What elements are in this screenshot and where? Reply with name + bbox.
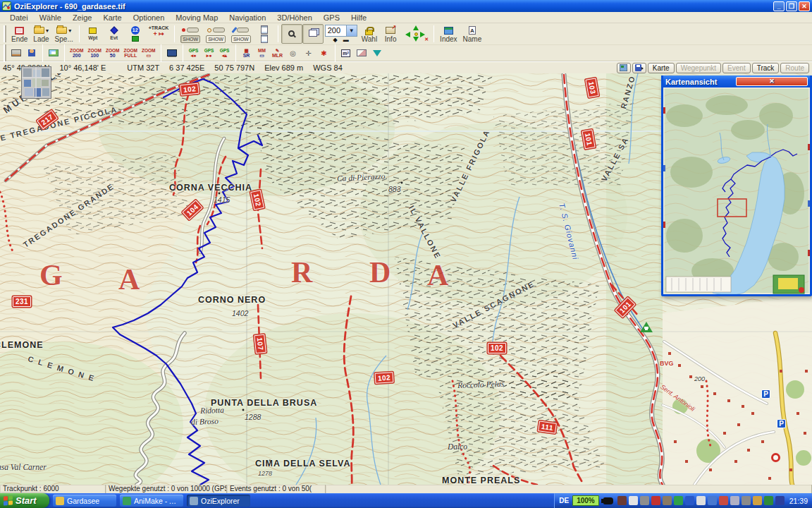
show-waypoints-button[interactable]: SHOW <box>178 24 203 44</box>
tray-icon-14[interactable] <box>764 496 773 505</box>
show-tracks-button[interactable]: SHOW <box>228 24 254 44</box>
title-bar[interactable]: OziExplorer - 690_gardasee.tif _ ❐ ✕ <box>0 0 812 12</box>
map-preview-thumbnail[interactable] <box>21 66 51 99</box>
task-label: AniMake - AniMa... <box>134 497 180 505</box>
menu-zeige[interactable]: Zeige <box>67 13 98 23</box>
menu-moving-map[interactable]: Moving Map <box>170 13 223 23</box>
map-image-button-icon <box>49 49 59 56</box>
list-page-icon <box>261 25 268 34</box>
window-title: OziExplorer - 690_gardasee.tif <box>14 2 773 11</box>
waypoint-list-button[interactable] <box>254 24 275 44</box>
magnify-button[interactable] <box>281 24 302 44</box>
zoom-combo[interactable]: 200▼ ◆▬ <box>325 25 357 43</box>
task-label: Gardasee <box>67 497 99 505</box>
chevron-down-icon[interactable]: ▼ <box>346 25 357 36</box>
filter-button[interactable] <box>369 46 385 60</box>
restore-button[interactable]: ❐ <box>786 1 797 11</box>
tray-icon-3[interactable] <box>640 496 649 505</box>
tray-icon-7[interactable] <box>685 496 694 505</box>
save-screen-button[interactable] <box>632 63 646 73</box>
zoom-50-button[interactable]: ZOOM50 <box>104 46 122 60</box>
karte-mode-button[interactable]: Karte <box>648 63 675 73</box>
info-button[interactable]: Info <box>380 24 401 44</box>
menu-optionen[interactable]: Optionen <box>128 13 171 23</box>
system-tray: DE 100% 21:39 <box>554 493 812 508</box>
name-search-button[interactable]: AName <box>460 24 485 44</box>
print-map-button[interactable] <box>8 46 24 60</box>
add-track-button[interactable]: +TRACK+ ↦ <box>146 24 172 44</box>
tray-icon-11[interactable] <box>730 496 739 505</box>
tray-icon-6[interactable] <box>674 496 683 505</box>
task-gardasee[interactable]: Gardasee <box>53 495 116 507</box>
menu-bar: DateiWähleZeigeKarteOptionenMoving MapNa… <box>0 12 812 23</box>
start-button[interactable]: Start <box>0 493 49 508</box>
tray-icon-2[interactable] <box>629 496 638 505</box>
select-mode-button[interactable]: Wahl <box>359 24 380 44</box>
screen-config-button[interactable] <box>164 46 180 60</box>
map-feature-button[interactable]: 12 <box>125 24 146 44</box>
task-animake-anima[interactable]: AniMake - AniMa... <box>120 495 183 507</box>
overview-close-button[interactable]: ✕ <box>736 77 808 86</box>
area-measure-button[interactable]: m² <box>338 46 354 60</box>
filter-button-icon <box>373 50 381 56</box>
menu-karte[interactable]: Karte <box>97 13 127 23</box>
tray-icon-8[interactable] <box>696 496 706 505</box>
tray-icon-1[interactable] <box>617 496 627 505</box>
mlr-button[interactable]: ✎MLR <box>270 46 285 60</box>
menu-datei[interactable]: Datei <box>4 13 34 23</box>
show-events-button[interactable]: SHOW <box>203 24 228 44</box>
task-oziexplorer[interactable]: OziExplorer <box>187 495 250 507</box>
gps-track-download-button[interactable]: GPS◂▴ <box>217 46 233 60</box>
toolbar-handle[interactable] <box>4 44 6 61</box>
menu-3d-h-hen[interactable]: 3D/Höhen <box>271 13 318 23</box>
close-button[interactable]: ✕ <box>799 1 810 11</box>
exit-button[interactable]: Ende <box>8 24 30 44</box>
gps-waypoint-download-button[interactable]: GPS◂● <box>186 46 202 60</box>
map-image-button[interactable] <box>46 46 61 60</box>
waypoint-button[interactable]: Wpt <box>82 24 104 44</box>
zoom-200-button[interactable]: ZOOM200 <box>68 46 86 60</box>
overview-title-bar[interactable]: Kartenansicht ✕ <box>663 75 810 87</box>
gps-waypoint-upload-button[interactable]: GPS▸● <box>202 46 217 60</box>
minimize-button[interactable]: _ <box>773 1 785 11</box>
center-red-button[interactable]: ✱ <box>316 46 332 60</box>
profile-chart-button[interactable] <box>354 46 369 60</box>
tray-icon-12[interactable] <box>742 496 751 505</box>
toolbar-handle[interactable] <box>4 25 6 42</box>
zoom-50-button-label2: 50 <box>110 53 116 59</box>
gps-sr-button[interactable]: ▦SR <box>239 46 254 60</box>
tray-icon-10[interactable] <box>719 496 728 505</box>
anchor-position-button[interactable]: ✛ <box>301 46 316 60</box>
find-position-button[interactable] <box>24 46 39 60</box>
zoom-minus-icon[interactable]: ▬ <box>343 37 349 43</box>
mode-buttons: KarteWegepunktEventTrackRoute <box>646 63 809 73</box>
menu-w-hle[interactable]: Wähle <box>34 13 67 23</box>
tray-icon-5[interactable] <box>663 496 672 505</box>
page-view-button[interactable] <box>302 24 324 44</box>
event-button[interactable]: Evt <box>104 24 125 44</box>
zoom-step-icon[interactable]: ◆ <box>333 37 338 43</box>
task-buttons: GardaseeAniMake - AniMa...OziExplorer <box>49 495 250 507</box>
overview-toggle-button[interactable] <box>617 63 631 73</box>
pan-pad[interactable]: ✕ <box>401 24 431 44</box>
tray-icon-13[interactable] <box>753 496 762 505</box>
menu-navigation[interactable]: Navigation <box>223 13 271 23</box>
track-mode-button[interactable]: Track <box>752 63 780 73</box>
task-icon <box>123 497 131 505</box>
menu-gps[interactable]: GPS <box>318 13 345 23</box>
compass-button[interactable]: ◎ <box>285 46 301 60</box>
moving-map-button[interactable]: MM▭ <box>254 46 270 60</box>
menu-hilfe[interactable]: Hilfe <box>345 13 372 23</box>
overview-map[interactable] <box>663 87 810 294</box>
zoom-window-button[interactable]: ZOOM▭ <box>140 46 158 60</box>
load-button[interactable]: ▾Lade <box>30 24 51 44</box>
status-events: Events genutzt : 0 von 50( <box>227 485 326 493</box>
zoom-100-button[interactable]: ZOOM100 <box>86 46 104 60</box>
tray-icon-4[interactable] <box>651 496 660 505</box>
language-indicator[interactable]: DE <box>559 497 569 504</box>
save-button[interactable]: ▾Spe... <box>52 24 76 44</box>
zoom-full-button[interactable]: ZOOMFULL <box>122 46 140 60</box>
tray-icon-15[interactable] <box>775 496 785 505</box>
tray-icon-9[interactable] <box>708 496 717 505</box>
index-button[interactable]: Index <box>437 24 460 44</box>
